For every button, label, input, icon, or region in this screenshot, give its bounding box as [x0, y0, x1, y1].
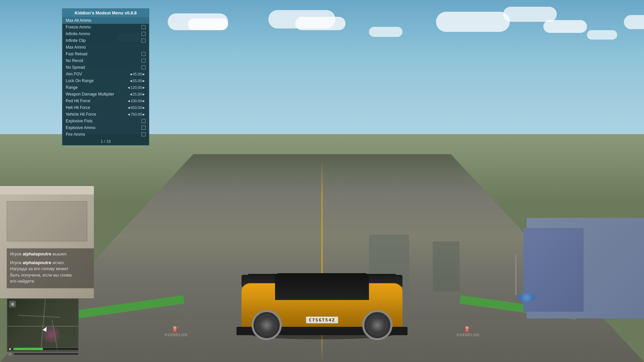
menu-item-aim-fov[interactable]: Aim FOV ◄45.00► — [62, 71, 149, 77]
menu-item-label: Heli Hit Force — [66, 105, 127, 110]
chat-area: Игрок alphalapoutre вышел. Игрок alphala… — [7, 248, 94, 288]
car-body: C7SGT54Z — [241, 268, 402, 335]
menu-checkbox — [142, 39, 146, 43]
menu-item-label: Infinite Ammo — [66, 32, 142, 36]
cloud — [188, 18, 228, 30]
menu-item-no-recoil[interactable]: No Recoil — [62, 57, 149, 64]
menu-item-value: ◄45.00► — [129, 72, 146, 76]
health-bar-track — [13, 348, 79, 350]
player-vehicle: C7SGT54Z — [221, 211, 423, 352]
menu-item-label: Max All Ammo — [66, 18, 146, 23]
menu-item-label: Fast Reload — [66, 52, 142, 56]
menu-item-label: Weapon Damage Multiplier — [66, 92, 129, 97]
minimap-road-h2 — [17, 315, 60, 318]
menu-item-value: ◄650.00► — [127, 106, 146, 110]
menu-item-label: No Spread — [66, 65, 142, 70]
cloud — [587, 30, 617, 40]
status-bars: ♥ ⬡ — [7, 347, 79, 357]
blue-circle-marker — [517, 293, 537, 302]
menu-item-label: Vehicle Hit Force — [66, 112, 127, 117]
menu-item-label: Explosive Ammo — [66, 125, 142, 130]
menu-item-weapon-damage-multiplier[interactable]: Weapon Damage Multiplier ◄25.00► — [62, 91, 149, 98]
overflod-logo-right: ⛽ OVERFLOD — [457, 326, 480, 337]
menu-checkbox — [142, 126, 146, 130]
building-left-windows — [7, 201, 87, 241]
menu-item-value: ◄120.00► — [127, 85, 146, 89]
menu-checkbox — [142, 59, 146, 63]
menu-item-vehicle-hit-force[interactable]: Vehicle Hit Force ◄750.00► — [62, 111, 149, 118]
chat-message-2: Игрок alphalapoutre исчез. Награда за ег… — [10, 260, 91, 284]
car-wheel-rear-left — [252, 310, 282, 340]
chat-message-1: Игрок alphalapoutre вышел. — [10, 251, 91, 257]
menu-checkbox — [142, 25, 146, 29]
menu-checkbox — [142, 65, 146, 69]
minimap-icon: ⊞ — [9, 301, 16, 307]
menu-item-label: Lock On Range — [66, 78, 129, 83]
menu-item-freeze-ammo[interactable]: Freeze Ammo — [62, 24, 149, 31]
health-icon: ♥ — [7, 347, 13, 351]
menu-item-label: Fire Ammo — [66, 132, 142, 137]
menu-item-max-all-ammo[interactable]: Max All Ammo — [62, 17, 149, 24]
cloud — [503, 7, 557, 22]
minimap: ⊞ — [7, 298, 79, 352]
overflod-logo-left: ⛽ OVERFLOD — [164, 326, 187, 337]
player-name-2: alphalapoutre — [23, 260, 51, 265]
menu-pagination: 1 / 18 — [62, 138, 149, 145]
menu-item-fast-reload[interactable]: Fast Reload — [62, 51, 149, 57]
building-left-roof — [0, 186, 94, 194]
menu-item-infinite-ammo[interactable]: Infinite Ammo — [62, 31, 149, 37]
game-menu[interactable]: Kiddion's Modest Menu v0.8.8 Max All Amm… — [62, 8, 149, 145]
menu-item-lock-on-range[interactable]: Lock On Range ◄55.00► — [62, 77, 149, 84]
menu-item-label: Freeze Ammo — [66, 25, 142, 29]
health-bar-fill — [14, 348, 43, 350]
cloud — [436, 12, 510, 32]
menu-item-value: ◄55.00► — [129, 79, 146, 83]
minimap-destination-circle — [39, 326, 63, 343]
menu-item-label: Infinite Clip — [66, 38, 142, 43]
ground: ⛽ OVERFLOD ⛽ OVERFLOD — [0, 134, 644, 362]
armor-bar-row: ⬡ — [7, 352, 79, 356]
armor-bar-track — [13, 353, 79, 355]
car-wheel-rear-right — [362, 310, 392, 340]
cloud — [295, 17, 345, 30]
menu-item-label: No Recoil — [66, 58, 142, 63]
menu-item-max-ammo[interactable]: Max Ammo — [62, 44, 149, 51]
menu-item-explosive-fists[interactable]: Explosive Fists — [62, 118, 149, 124]
menu-item-value: ◄750.00► — [127, 112, 146, 116]
menu-item-range[interactable]: Range ◄120.00► — [62, 84, 149, 91]
menu-item-value: ◄25.00► — [129, 92, 146, 96]
menu-item-explosive-ammo[interactable]: Explosive Ammo — [62, 124, 149, 131]
cloud — [369, 27, 402, 37]
health-bar-row: ♥ — [7, 347, 79, 351]
menu-item-fire-ammo[interactable]: Fire Ammo — [62, 131, 149, 138]
armor-icon: ⬡ — [7, 352, 13, 356]
pole — [515, 255, 517, 295]
menu-checkbox — [142, 132, 146, 136]
menu-item-label: Explosive Fists — [66, 119, 142, 123]
menu-item-heli-hit-force[interactable]: Heli Hit Force ◄650.00► — [62, 104, 149, 111]
menu-item-label: Ped Hit Force — [66, 99, 127, 103]
menu-checkbox — [142, 119, 146, 123]
car-cockpit — [275, 273, 369, 300]
cloud — [543, 20, 587, 33]
menu-item-label: Range — [66, 85, 127, 90]
player-name-1: alphalapoutre — [23, 251, 51, 256]
menu-checkbox — [142, 32, 146, 36]
menu-item-ped-hit-force[interactable]: Ped Hit Force ◄100.00► — [62, 98, 149, 104]
menu-item-value: ◄100.00► — [127, 99, 146, 103]
menu-item-infinite-clip[interactable]: Infinite Clip — [62, 37, 149, 44]
license-plate: C7SGT54Z — [306, 316, 338, 323]
minimap-road-vertical — [40, 299, 46, 351]
cloud — [624, 15, 644, 29]
menu-title: Kiddion's Modest Menu v0.8.8 — [62, 9, 149, 17]
structure-mid-2 — [433, 241, 460, 292]
menu-item-label: Aim FOV — [66, 72, 129, 76]
menu-checkbox — [142, 52, 146, 56]
minimap-road-horizontal — [7, 326, 78, 327]
menu-item-label: Max Ammo — [66, 45, 146, 50]
menu-item-no-spread[interactable]: No Spread — [62, 64, 149, 71]
